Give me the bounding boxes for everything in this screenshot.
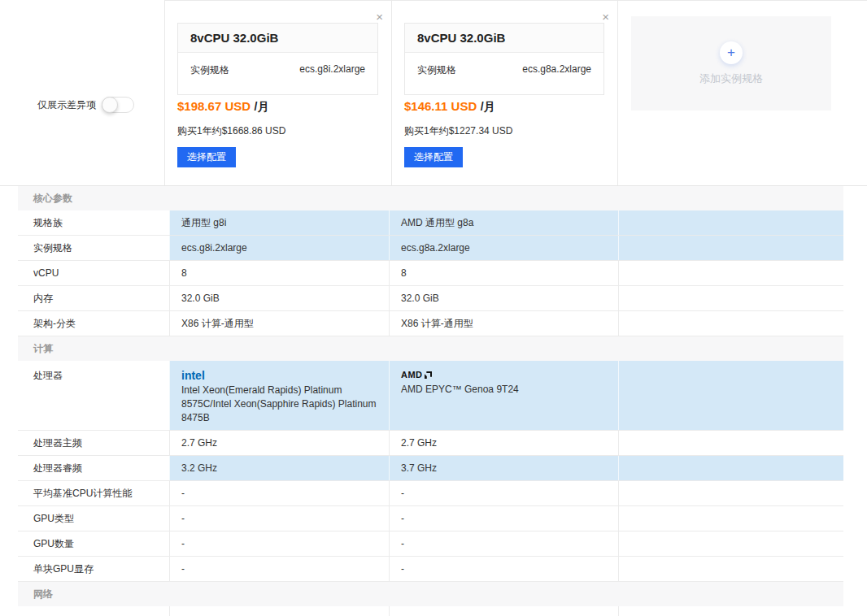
- yearly-price-note: 购买1年约$1227.34 USD: [404, 124, 512, 138]
- spec-row: 实例规格 ecs.g8i.2xlarge: [178, 53, 377, 94]
- price-line: $146.11 USD /月: [404, 99, 495, 115]
- row-label: 实例规格: [18, 236, 169, 260]
- row-value: -: [389, 481, 618, 505]
- row-value: 3.2 GHz: [169, 456, 389, 480]
- toggle-knob: [102, 97, 118, 113]
- row-label: GPU类型: [18, 506, 169, 531]
- row-value: 8: [389, 261, 618, 285]
- row-label: 架构-分类: [18, 311, 169, 336]
- section-header: 计算: [18, 336, 843, 361]
- row-value: -: [389, 531, 618, 556]
- row-value: -: [169, 557, 389, 581]
- row-value: [389, 606, 618, 616]
- plus-icon: +: [720, 41, 743, 64]
- row-value: [618, 606, 843, 616]
- close-icon[interactable]: ×: [376, 11, 383, 23]
- row-label: 处理器主频: [18, 431, 169, 455]
- monthly-price: $198.67 USD: [177, 99, 251, 113]
- comparison-table-wrap: 核心参数规格族通用型 g8iAMD 通用型 g8a实例规格ecs.g8i.2xl…: [0, 185, 867, 616]
- row-value: [169, 606, 389, 616]
- table-row: 单块GPU显存--: [18, 557, 843, 582]
- section-header: 核心参数: [18, 186, 843, 210]
- row-value: X86 计算-通用型: [389, 311, 618, 336]
- row-value: -: [169, 531, 389, 556]
- spec-label: 实例规格: [190, 63, 229, 77]
- spec-box: 8vCPU 32.0GiB 实例规格 ecs.g8i.2xlarge: [177, 23, 378, 95]
- row-value: [618, 531, 843, 556]
- select-config-button[interactable]: 选择配置: [177, 147, 236, 167]
- row-value: -: [169, 481, 389, 505]
- row-value: -: [389, 557, 618, 581]
- yearly-price-note: 购买1年约$1668.86 USD: [177, 124, 285, 138]
- table-row: 规格族通用型 g8iAMD 通用型 g8a: [18, 210, 843, 236]
- row-value: [618, 311, 843, 336]
- row-value: AMD 通用型 g8a: [389, 210, 618, 235]
- row-value: [618, 431, 843, 455]
- row-value: [618, 557, 843, 581]
- row-value: X86 计算-通用型: [169, 311, 389, 336]
- top-section: 仅展示差异项 × 8vCPU 32.0GiB 实例规格 ecs.g8i.2xla…: [0, 0, 867, 185]
- table-row: 平均基准CPU计算性能--: [18, 481, 843, 506]
- price-unit: /月: [481, 100, 495, 113]
- diff-only-toggle-label: 仅展示差异项: [37, 98, 96, 112]
- table-row: GPU数量--: [18, 531, 843, 557]
- monthly-price: $146.11 USD: [404, 99, 477, 113]
- intel-logo-icon: intel: [181, 369, 205, 382]
- spec-label: 实例规格: [417, 63, 456, 77]
- spec-value: ecs.g8i.2xlarge: [299, 63, 365, 77]
- row-value: [618, 210, 843, 235]
- price-unit: /月: [255, 100, 269, 113]
- row-label: GPU数量: [18, 531, 169, 556]
- processor-text: Intel Xeon(Emerald Rapids) Platinum 8575…: [181, 384, 377, 425]
- spec-box: 8vCPU 32.0GiB 实例规格 ecs.g8a.2xlarge: [404, 23, 604, 95]
- instance-card-g8i: × 8vCPU 32.0GiB 实例规格 ecs.g8i.2xlarge $19…: [164, 0, 391, 185]
- card-title: 8vCPU 32.0GiB: [178, 24, 377, 53]
- instance-card-g8a: × 8vCPU 32.0GiB 实例规格 ecs.g8a.2xlarge $14…: [391, 0, 617, 185]
- row-value: [618, 286, 843, 310]
- row-value: [618, 261, 843, 285]
- row-value: [618, 506, 843, 531]
- row-value: 32.0 GiB: [389, 286, 618, 310]
- card-title: 8vCPU 32.0GiB: [405, 24, 603, 53]
- row-value: [618, 456, 843, 480]
- spec-row: 实例规格 ecs.g8a.2xlarge: [405, 53, 603, 94]
- row-label: 平均基准CPU计算性能: [18, 481, 169, 505]
- instance-compare-page: 仅展示差异项 × 8vCPU 32.0GiB 实例规格 ecs.g8i.2xla…: [0, 0, 867, 616]
- row-value: ecs.g8i.2xlarge: [169, 236, 389, 260]
- close-icon[interactable]: ×: [602, 11, 609, 23]
- row-value: [618, 481, 843, 505]
- amd-logo-icon: AMD: [401, 369, 432, 380]
- row-label: [18, 606, 169, 616]
- row-value: 通用型 g8i: [169, 210, 389, 235]
- diff-only-toggle-switch[interactable]: [102, 97, 134, 113]
- row-value: 8: [169, 261, 389, 285]
- price-line: $198.67 USD /月: [177, 99, 268, 115]
- row-value: intelIntel Xeon(Emerald Rapids) Platinum…: [169, 361, 389, 430]
- row-value: 32.0 GiB: [169, 286, 389, 310]
- row-value: -: [389, 506, 618, 531]
- table-row: 处理器intelIntel Xeon(Emerald Rapids) Plati…: [18, 361, 843, 431]
- table-row: [18, 606, 843, 616]
- row-value: AMDAMD EPYC™ Genoa 9T24: [389, 361, 618, 430]
- row-value: 3.7 GHz: [389, 456, 618, 480]
- add-instance-card[interactable]: + 添加实例规格: [631, 16, 831, 111]
- row-value: [618, 236, 843, 260]
- diff-only-toggle-group: 仅展示差异项: [37, 97, 134, 113]
- row-value: 2.7 GHz: [169, 431, 389, 455]
- table-row: 处理器睿频3.2 GHz3.7 GHz: [18, 456, 843, 481]
- table-row: GPU类型--: [18, 506, 843, 531]
- divider: [617, 0, 618, 185]
- select-config-button[interactable]: 选择配置: [404, 147, 463, 167]
- table-row: 内存32.0 GiB32.0 GiB: [18, 286, 843, 311]
- row-value: ecs.g8a.2xlarge: [389, 236, 618, 260]
- row-label: 内存: [18, 286, 169, 310]
- spec-value: ecs.g8a.2xlarge: [522, 63, 591, 77]
- processor-text: AMD EPYC™ Genoa 9T24: [401, 383, 519, 397]
- section-header: 网络: [18, 582, 843, 606]
- row-value: -: [169, 506, 389, 531]
- table-row: 架构-分类X86 计算-通用型X86 计算-通用型: [18, 311, 843, 336]
- table-row: 实例规格ecs.g8i.2xlargeecs.g8a.2xlarge: [18, 236, 843, 261]
- row-label: 单块GPU显存: [18, 557, 169, 581]
- row-value: 2.7 GHz: [389, 431, 618, 455]
- table-row: 处理器主频2.7 GHz2.7 GHz: [18, 431, 843, 456]
